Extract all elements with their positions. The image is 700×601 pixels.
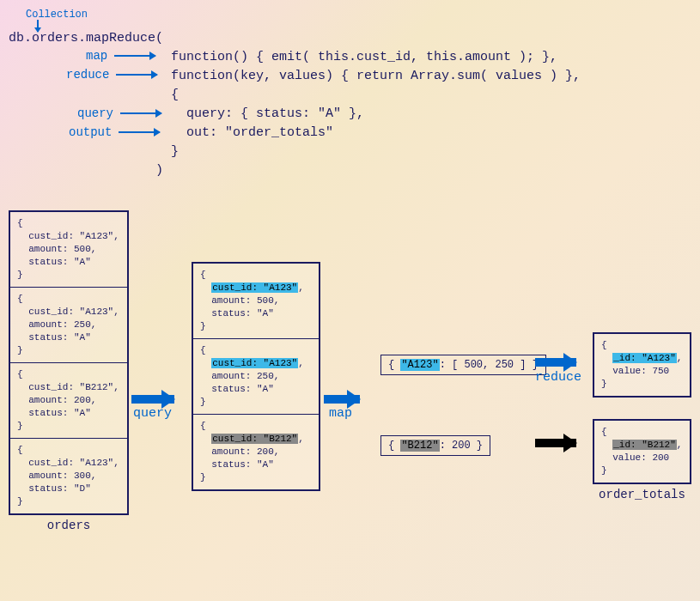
stage-label-reduce: reduce	[535, 370, 581, 385]
annotation-label: query	[77, 106, 113, 120]
arrow-right-icon	[119, 131, 160, 133]
arrow-right-icon	[116, 74, 157, 76]
filtered-doc: { cust_id: "B212", amount: 200, status: …	[192, 415, 320, 490]
collection-name: orders	[9, 519, 129, 532]
arrow-right-icon	[114, 55, 155, 57]
map-arrow-icon	[324, 395, 360, 404]
annotation-label: map	[86, 49, 107, 63]
collection-name: order_totals	[593, 488, 691, 501]
annotation-label: reduce	[66, 68, 109, 82]
annotation-output: output	[69, 125, 160, 139]
arrow-right-icon	[120, 112, 161, 114]
collection-arrow-icon	[37, 20, 39, 32]
code-line: )	[9, 161, 691, 180]
output-collection: { _id: "A123", value: 750 } { _id: "B212…	[593, 332, 691, 501]
reduce-arrow-icon	[535, 358, 576, 367]
filtered-collection: { cust_id: "A123", amount: 500, status: …	[192, 262, 320, 491]
orders-doc: { cust_id: "A123", amount: 250, status: …	[9, 288, 128, 363]
annotation-map: map	[86, 49, 155, 63]
annotation-query: query	[77, 106, 161, 120]
code-line: {	[9, 86, 691, 105]
annotation-label: output	[69, 125, 112, 139]
passthrough-arrow-icon	[535, 439, 576, 447]
query-arrow-icon	[131, 395, 174, 404]
collection-label: Collection	[26, 9, 691, 21]
annotation-reduce: reduce	[66, 68, 157, 82]
orders-doc: { cust_id: "A123", amount: 500, status: …	[9, 211, 128, 288]
stage-label-map: map	[329, 406, 352, 421]
output-doc: { _id: "B212", value: 200 }	[593, 420, 691, 483]
mapped-doc-a: { "A123": [ 500, 250 ] }	[380, 355, 546, 375]
code-block: Collection db.orders.mapReduce( function…	[4, 4, 696, 185]
output-doc: { _id: "A123", value: 750 }	[593, 333, 691, 397]
mapped-doc-b: { "B212": 200 }	[380, 435, 490, 456]
code-line: db.orders.mapReduce(	[9, 29, 691, 48]
code-line: }	[9, 143, 691, 161]
orders-collection: { cust_id: "A123", amount: 500, status: …	[9, 210, 129, 532]
orders-doc: { cust_id: "A123", amount: 300, status: …	[9, 439, 128, 514]
orders-doc: { cust_id: "B212", amount: 200, status: …	[9, 363, 128, 439]
stage-label-query: query	[133, 406, 172, 421]
filtered-doc: { cust_id: "A123", amount: 500, status: …	[192, 263, 320, 339]
filtered-doc: { cust_id: "A123", amount: 250, status: …	[192, 339, 320, 415]
mapreduce-diagram: { cust_id: "A123", amount: 500, status: …	[4, 210, 696, 597]
